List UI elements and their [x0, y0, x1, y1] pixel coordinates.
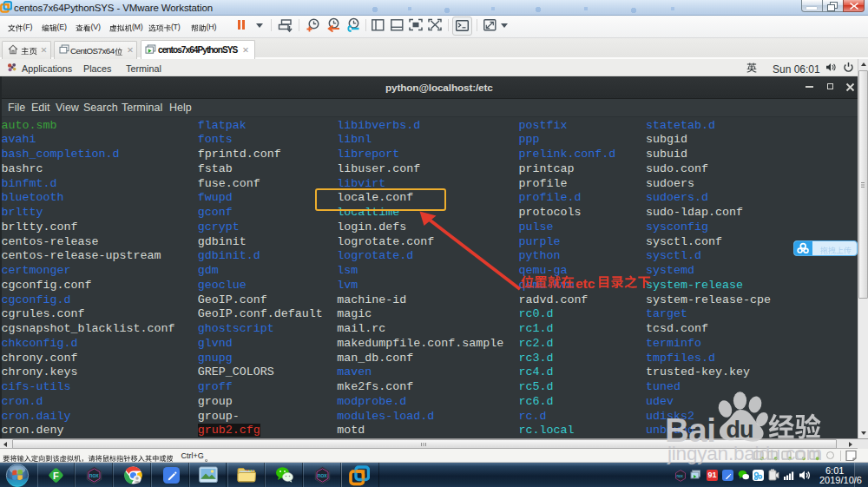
svg-text:nox: nox	[317, 472, 326, 478]
svg-text:nox: nox	[89, 472, 98, 478]
svg-text:nox: nox	[677, 474, 684, 478]
svg-text:du: du	[727, 417, 753, 442]
svg-text:F: F	[53, 471, 59, 481]
